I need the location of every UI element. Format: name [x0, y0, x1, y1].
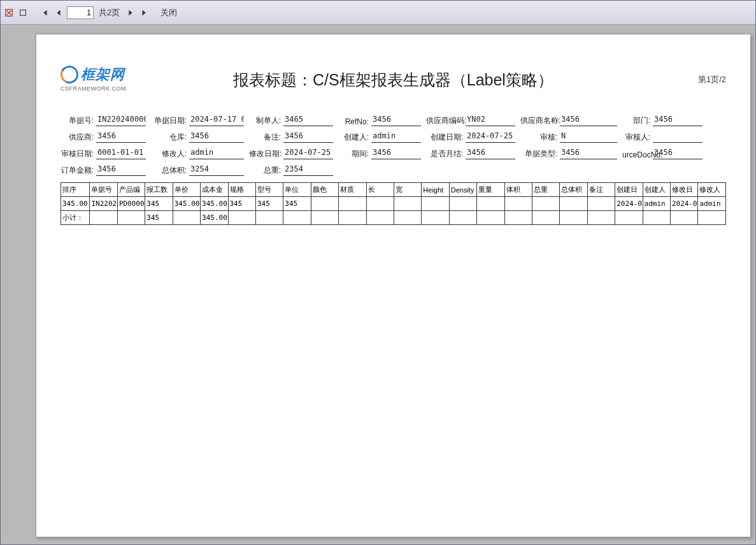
subtotal-cell	[394, 211, 421, 225]
table-cell	[532, 197, 559, 211]
logo-mark-icon	[58, 63, 81, 86]
form-field: 单据日期:2024-07-17 00	[151, 115, 244, 126]
subtotal-cell	[615, 211, 643, 225]
table-cell	[339, 197, 366, 211]
subtotal-row: 小计：345345.00	[61, 211, 726, 225]
form-field: 单据类型:3456	[520, 148, 617, 159]
column-header: 创建人	[643, 183, 670, 197]
last-page-icon[interactable]	[139, 7, 150, 18]
form-field: 供应商编码:YN02	[426, 115, 515, 126]
field-value: N	[560, 131, 617, 143]
column-header: 颜色	[311, 183, 338, 197]
table-cell	[449, 197, 476, 211]
field-value: 3465	[283, 115, 333, 126]
form-field: 修改人:admin	[151, 148, 244, 159]
subtotal-cell	[339, 211, 366, 225]
close-button[interactable]: 关闭	[160, 7, 177, 18]
field-label: 单据号:	[61, 115, 94, 126]
table-cell: 345	[255, 197, 283, 211]
form-field: 供应商:3456	[61, 131, 146, 143]
field-value: 3456	[283, 131, 333, 143]
subtotal-cell	[643, 211, 670, 225]
column-header: 排序	[61, 183, 90, 197]
column-header: 创建日	[615, 183, 643, 197]
form-field: RefNo:3456	[338, 115, 421, 126]
data-table: 排序单据号产品编报工数单价成本金规格型号单位颜色材质长宽HeightDensit…	[61, 182, 726, 225]
table-cell: 345.00	[173, 197, 200, 211]
form-field: 修改日期:2024-07-25 14	[249, 148, 333, 159]
field-label: 单据日期:	[151, 115, 187, 126]
field-value: 3456	[96, 131, 146, 143]
field-value: admin	[189, 148, 244, 159]
form-field: 审核日期:0001-01-01 00	[61, 148, 146, 159]
field-value: YN02	[466, 115, 515, 126]
toolbar: 共2页 关闭	[1, 1, 755, 25]
table-cell: PD00003	[117, 197, 145, 211]
toolbar-icon-1[interactable]	[3, 7, 15, 18]
form-field: 订单金额:3456	[61, 164, 146, 176]
table-header-row: 排序单据号产品编报工数单价成本金规格型号单位颜色材质长宽HeightDensit…	[61, 183, 726, 197]
next-page-icon[interactable]	[125, 7, 136, 18]
column-header: 单价	[173, 183, 200, 197]
subtotal-cell	[560, 211, 587, 225]
field-value: 3456	[371, 115, 421, 126]
subtotal-cell	[449, 211, 476, 225]
logo-brand-text: 框架网	[81, 65, 125, 84]
column-header: 备注	[587, 183, 615, 197]
form-field: 部门:3456	[622, 115, 703, 126]
field-value	[653, 131, 703, 143]
form-field: urceDocNo:3456	[622, 148, 703, 159]
page-indicator: 第1页/2	[651, 74, 726, 85]
page-total-text: 共2页	[99, 7, 120, 18]
field-label: RefNo:	[338, 117, 369, 126]
column-header: 规格	[228, 183, 255, 197]
subtotal-cell: 345.00	[201, 211, 228, 225]
subtotal-cell	[477, 211, 504, 225]
form-row: 单据号:IN220240000000单据日期:2024-07-17 00制单人:…	[61, 115, 726, 126]
table-cell	[477, 197, 504, 211]
field-label: 单据类型:	[520, 149, 557, 159]
viewport: 框架网 CSFRAMEWORK.COM 报表标题：C/S框架报表生成器（Labe…	[1, 25, 755, 544]
subtotal-cell	[671, 211, 698, 225]
subtotal-cell: 345	[145, 211, 173, 225]
form-field: 期间:3456	[338, 148, 421, 159]
form-field: 审核人:	[622, 131, 703, 143]
field-value: 3456	[96, 164, 146, 176]
prev-page-icon[interactable]	[53, 7, 64, 18]
field-value: 2024-07-17 00	[189, 115, 244, 126]
field-value: 3456	[653, 148, 703, 159]
field-label: 审核日期:	[61, 149, 94, 159]
subtotal-cell	[90, 211, 117, 225]
form-field: 仓库:3456	[151, 131, 244, 143]
column-header: 单据号	[90, 183, 117, 197]
field-label: 创建日期:	[426, 132, 463, 143]
column-header: 产品编	[117, 183, 145, 197]
table-cell: admin	[643, 197, 670, 211]
table-cell	[311, 197, 338, 211]
column-header: 型号	[255, 183, 283, 197]
column-header: 报工数	[145, 183, 173, 197]
column-header: 修改日	[671, 183, 698, 197]
field-value: admin	[371, 131, 421, 143]
form-field: 制单人:3465	[249, 115, 333, 126]
field-value: 3254	[189, 164, 244, 176]
column-header: 修改人	[698, 183, 726, 197]
form-field: 供应商名称:3456	[520, 115, 617, 126]
subtotal-cell	[255, 211, 283, 225]
table-cell	[422, 197, 449, 211]
column-header: Density	[449, 183, 476, 197]
column-header: 总重	[532, 183, 559, 197]
subtotal-cell	[228, 211, 255, 225]
column-header: 体积	[504, 183, 532, 197]
toolbar-icon-2[interactable]	[17, 7, 29, 18]
field-label: 仓库:	[151, 132, 187, 143]
table-cell: 345.00	[201, 197, 228, 211]
page-number-input[interactable]	[67, 6, 94, 19]
field-value: 2024-07-25 14	[283, 148, 333, 159]
subtotal-cell	[283, 211, 311, 225]
logo: 框架网 CSFRAMEWORK.COM	[61, 65, 136, 94]
subtotal-cell: 小计：	[61, 211, 90, 225]
form-row: 订单金额:3456总体积:3254总重:2354	[61, 164, 726, 176]
first-page-icon[interactable]	[39, 7, 50, 18]
subtotal-cell	[311, 211, 338, 225]
